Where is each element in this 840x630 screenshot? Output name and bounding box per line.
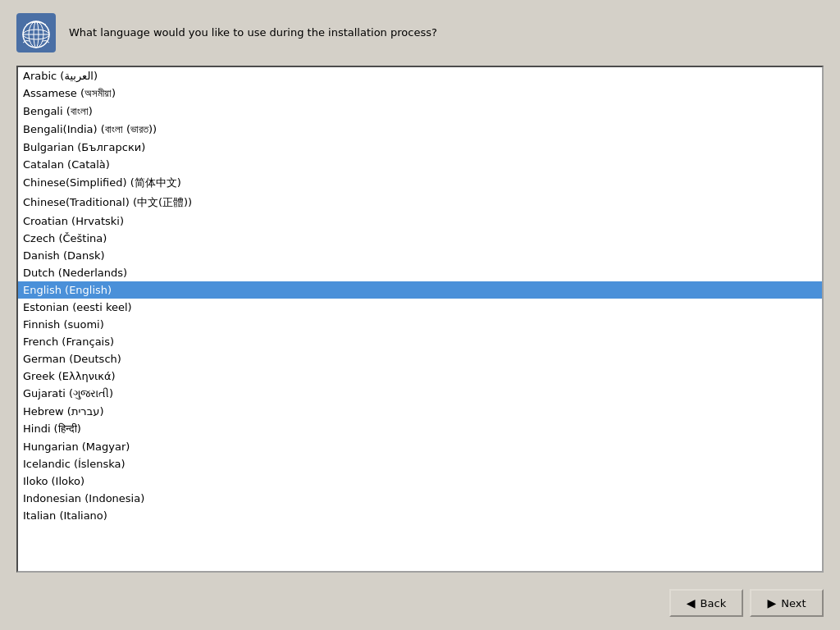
language-item[interactable]: Chinese(Simplified) (简体中文) bbox=[18, 173, 822, 193]
language-item[interactable]: Hebrew (עברית) bbox=[18, 403, 822, 420]
language-list-container: Arabic (العربية)Assamese (অসমীয়া)Bengal… bbox=[16, 66, 824, 573]
language-item[interactable]: Finnish (suomi) bbox=[18, 316, 822, 333]
language-item[interactable]: Italian (Italiano) bbox=[18, 507, 822, 524]
language-item[interactable]: Indonesian (Indonesia) bbox=[18, 490, 822, 507]
language-item[interactable]: Hindi (हिन्दी) bbox=[18, 420, 822, 438]
header-question: What language would you like to use duri… bbox=[69, 25, 437, 41]
back-icon: ◀ bbox=[687, 596, 696, 609]
globe-icon bbox=[16, 13, 56, 52]
language-item[interactable]: Gujarati (ગુજરાતી) bbox=[18, 385, 822, 403]
language-item[interactable]: Bulgarian (Български) bbox=[18, 139, 822, 156]
language-item[interactable]: Bengali(India) (বাংলা (ভারত)) bbox=[18, 121, 822, 139]
language-list[interactable]: Arabic (العربية)Assamese (অসমীয়া)Bengal… bbox=[18, 67, 822, 571]
language-item[interactable]: English (English) bbox=[18, 281, 822, 299]
next-icon: ▶ bbox=[767, 596, 776, 609]
language-item[interactable]: Danish (Dansk) bbox=[18, 247, 822, 264]
language-item[interactable]: Catalan (Català) bbox=[18, 156, 822, 173]
language-item[interactable]: French (Français) bbox=[18, 333, 822, 350]
main-content: Arabic (العربية)Assamese (অসমীয়া)Bengal… bbox=[0, 66, 840, 581]
header: What language would you like to use duri… bbox=[0, 0, 840, 66]
language-item[interactable]: Croatian (Hrvatski) bbox=[18, 212, 822, 230]
language-item[interactable]: Hungarian (Magyar) bbox=[18, 438, 822, 455]
back-label: Back bbox=[701, 597, 727, 609]
language-item[interactable]: Arabic (العربية) bbox=[18, 67, 822, 84]
language-item[interactable]: German (Deutsch) bbox=[18, 350, 822, 368]
language-item[interactable]: Estonian (eesti keel) bbox=[18, 299, 822, 316]
language-item[interactable]: Chinese(Traditional) (中文(正體)) bbox=[18, 193, 822, 212]
svg-rect-0 bbox=[16, 13, 56, 52]
language-item[interactable]: Icelandic (Íslenska) bbox=[18, 455, 822, 472]
language-item[interactable]: Assamese (অসমীয়া) bbox=[18, 84, 822, 103]
footer: ◀ Back ▶ Next bbox=[0, 581, 840, 630]
language-item[interactable]: Bengali (বাংলা) bbox=[18, 103, 822, 121]
language-item[interactable]: Iloko (Iloko) bbox=[18, 472, 822, 490]
next-button[interactable]: ▶ Next bbox=[750, 589, 824, 617]
language-item[interactable]: Dutch (Nederlands) bbox=[18, 264, 822, 281]
back-button[interactable]: ◀ Back bbox=[669, 589, 743, 617]
language-item[interactable]: Greek (Ελληνικά) bbox=[18, 368, 822, 385]
language-item[interactable]: Czech (Čeština) bbox=[18, 230, 822, 247]
next-label: Next bbox=[781, 597, 806, 609]
